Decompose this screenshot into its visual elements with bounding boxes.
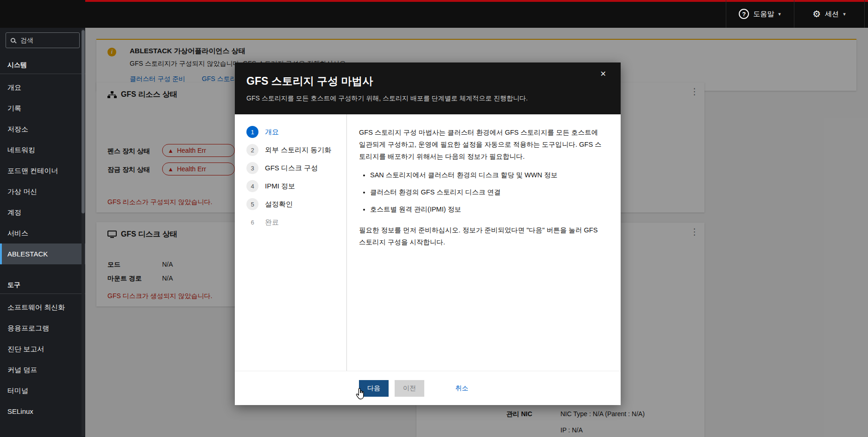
gear-icon: ⚙ [812, 9, 821, 19]
masthead: ? 도움말 ▾ ⚙ 세션 ▾ [0, 0, 868, 28]
previous-button[interactable]: 이전 [395, 380, 424, 397]
wizard-step-gfs-disk[interactable]: 3 GFS 디스크 구성 [246, 162, 346, 174]
wizard-step-overview[interactable]: 1 개요 [246, 126, 346, 138]
step-label: 외부 스토리지 동기화 [265, 146, 331, 155]
masthead-divider [864, 0, 865, 28]
wizard-body: 1 개요 2 외부 스토리지 동기화 3 GFS 디스크 구성 4 IPMI 정… [235, 114, 621, 371]
wizard-outro-paragraph: 필요한 정보를 먼저 준비하십시오. 정보가 준비되었다면 "다음" 버튼을 눌… [359, 224, 604, 248]
sidebar-item-virtual-machines[interactable]: 가상 머신 [0, 181, 85, 202]
sidebar-item-applications[interactable]: 응용프로그램 [0, 318, 85, 338]
help-question-icon: ? [739, 9, 749, 19]
wizard-step-confirm[interactable]: 5 설정확인 [246, 198, 346, 210]
wizard-step-content: GFS 스토리지 구성 마법사는 클러스터 환경에서 GFS 스토리지를 모든 … [347, 114, 621, 371]
wizard-step-done: 6 완료 [246, 216, 346, 228]
chevron-down-icon: ▾ [778, 11, 781, 17]
wizard-requirements-list: SAN 스토리지에서 클러스터 환경의 디스크 할당 및 WWN 정보 클러스터… [359, 169, 604, 215]
sidebar-item-logs[interactable]: 기록 [0, 98, 85, 119]
sidebar-item-ablestack[interactable]: ABLESTACK [0, 243, 85, 264]
sidebar-item-storage[interactable]: 저장소 [0, 119, 85, 139]
sidebar-section-system: 시스템 [0, 51, 85, 74]
next-button[interactable]: 다음 [359, 380, 389, 397]
step-number: 2 [246, 144, 258, 156]
help-menu-label: 도움말 [753, 10, 774, 19]
step-number: 3 [246, 162, 258, 174]
sidebar-item-kernel-dump[interactable]: 커널 덤프 [0, 359, 85, 380]
sidebar: 시스템 개요 기록 저장소 네트워킹 포드맨 컨테이너 가상 머신 계정 서비스… [0, 28, 85, 437]
step-label: IPMI 정보 [265, 182, 295, 191]
session-menu-button[interactable]: ⚙ 세션 ▾ [794, 0, 864, 28]
step-number: 4 [246, 180, 258, 192]
list-item: 클러스터 환경의 GFS 스토리지 디스크 연결 [370, 186, 604, 198]
sidebar-item-terminal[interactable]: 터미널 [0, 380, 85, 401]
chevron-down-icon: ▾ [843, 11, 846, 17]
wizard-step-external-sync[interactable]: 2 외부 스토리지 동기화 [246, 144, 346, 156]
step-label: 개요 [265, 128, 279, 137]
sidebar-item-networking[interactable]: 네트워킹 [0, 139, 85, 160]
wizard-step-ipmi[interactable]: 4 IPMI 정보 [246, 180, 346, 192]
wizard-footer: 다음 이전 취소 [235, 371, 621, 405]
sidebar-scrollbar-thumb[interactable] [82, 30, 85, 213]
help-menu-button[interactable]: ? 도움말 ▾ [726, 0, 794, 28]
sidebar-item-overview[interactable]: 개요 [0, 77, 85, 98]
sidebar-section-tools: 도구 [0, 271, 85, 294]
search-input[interactable] [19, 36, 75, 44]
gfs-storage-wizard-modal: GFS 스토리지 구성 마법사 GFS 스토리지를 모든 호스트에 구성하기 위… [235, 62, 621, 405]
modal-header: GFS 스토리지 구성 마법사 GFS 스토리지를 모든 호스트에 구성하기 위… [235, 62, 621, 114]
session-menu-label: 세션 [825, 10, 839, 19]
close-icon[interactable]: ✕ [598, 69, 609, 79]
step-number: 1 [246, 126, 258, 138]
step-label: GFS 디스크 구성 [265, 164, 318, 173]
modal-title: GFS 스토리지 구성 마법사 [246, 74, 593, 88]
sidebar-item-services[interactable]: 서비스 [0, 223, 85, 243]
sidebar-item-software-updates[interactable]: 소프트웨어 최신화 [0, 297, 85, 318]
step-label: 설정확인 [265, 200, 293, 209]
cancel-button[interactable]: 취소 [453, 380, 470, 397]
modal-subtitle: GFS 스토리지를 모든 호스트에 구성하기 위해, 스토리지 배포를 단계별로… [246, 94, 593, 103]
sidebar-item-podman[interactable]: 포드맨 컨테이너 [0, 160, 85, 181]
search-icon [11, 38, 15, 43]
sidebar-search[interactable] [6, 32, 80, 48]
wizard-step-nav: 1 개요 2 외부 스토리지 동기화 3 GFS 디스크 구성 4 IPMI 정… [235, 114, 347, 371]
step-number: 6 [246, 216, 258, 228]
sidebar-item-accounts[interactable]: 계정 [0, 202, 85, 223]
sidebar-item-selinux[interactable]: SELinux [0, 401, 85, 422]
list-item: SAN 스토리지에서 클러스터 환경의 디스크 할당 및 WWN 정보 [370, 169, 604, 181]
wizard-intro-paragraph: GFS 스토리지 구성 마법사는 클러스터 환경에서 GFS 스토리지를 모든 … [359, 126, 604, 162]
step-label: 완료 [265, 218, 279, 227]
list-item: 호스트별 원격 관리(IPMI) 정보 [370, 203, 604, 215]
step-number: 5 [246, 198, 258, 210]
sidebar-item-diagnostic-reports[interactable]: 진단 보고서 [0, 338, 85, 359]
